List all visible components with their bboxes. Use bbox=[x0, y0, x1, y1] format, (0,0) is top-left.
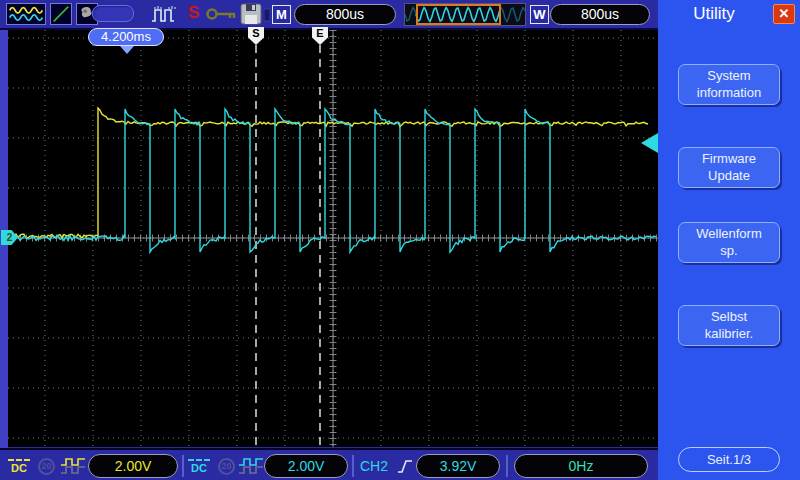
ch1-bandwidth-icon: 20 bbox=[38, 458, 55, 475]
display-line-icon[interactable] bbox=[50, 3, 72, 25]
ch2-volts-div: 2.00V bbox=[264, 454, 348, 478]
main-timebase-label: M bbox=[272, 5, 291, 24]
divider bbox=[352, 455, 354, 477]
button-label-line: kalibrier. bbox=[705, 326, 753, 343]
ch2-probe-icon bbox=[238, 457, 264, 475]
blank-toolbar-button[interactable] bbox=[92, 5, 134, 22]
waveform-plot bbox=[8, 30, 658, 447]
key-lock-icon[interactable] bbox=[206, 3, 238, 25]
channel-waves-icon[interactable] bbox=[6, 3, 46, 25]
page-indicator-button[interactable]: Seit.1/3 bbox=[678, 447, 780, 472]
printer-icon[interactable] bbox=[264, 3, 270, 25]
ch1-volts-div: 2.00V bbox=[88, 454, 178, 478]
pulse-icon[interactable] bbox=[150, 3, 180, 25]
ch2-coupling-icon: DC bbox=[188, 459, 210, 474]
ch2-bandwidth-icon: 20 bbox=[218, 458, 235, 475]
divider bbox=[182, 455, 184, 477]
trigger-source-label: CH2 bbox=[360, 458, 388, 474]
system-information-button[interactable]: System information bbox=[678, 64, 780, 105]
trigger-slope-icon bbox=[396, 457, 414, 475]
button-label-line: information bbox=[697, 85, 761, 102]
channel-status-bar: DC 20 2.00V DC 20 bbox=[0, 448, 658, 480]
trigger-frequency-readout: 0Hz bbox=[514, 454, 648, 478]
waveform-save-button[interactable]: Wellenform sp. bbox=[678, 222, 780, 263]
trigger-level-arrow[interactable] bbox=[641, 133, 658, 153]
button-label-line: sp. bbox=[720, 243, 737, 260]
delay-time-tag[interactable]: 4.200ms bbox=[88, 28, 164, 46]
trigger-level-value: 3.92V bbox=[416, 454, 500, 478]
delay-position-marker bbox=[120, 46, 134, 54]
waveform-preview[interactable] bbox=[404, 3, 526, 26]
window-timebase-value: 800us bbox=[550, 4, 650, 25]
button-label-line: Update bbox=[708, 168, 750, 185]
graticule-display: 4.200ms S E 2 bbox=[8, 30, 658, 447]
save-floppy-icon[interactable] bbox=[240, 3, 262, 25]
button-label-line: Firmware bbox=[702, 151, 756, 168]
close-icon[interactable]: ✕ bbox=[773, 4, 795, 24]
s-mode-icon[interactable]: S bbox=[188, 3, 199, 23]
ch1-probe-icon bbox=[60, 457, 86, 475]
menu-title: Utility bbox=[658, 4, 770, 24]
utility-menu-panel: Utility ✕ System information Firmware Up… bbox=[658, 0, 800, 480]
button-label-line: System bbox=[707, 68, 750, 85]
button-label-line: Selbst bbox=[711, 309, 747, 326]
self-calibration-button[interactable]: Selbst kalibrier. bbox=[678, 305, 780, 346]
zoom-window-selection[interactable] bbox=[416, 4, 501, 25]
divider bbox=[506, 455, 508, 477]
top-status-bar: S M 800us W 800us bbox=[0, 0, 658, 30]
window-timebase-label: W bbox=[530, 5, 549, 24]
ch1-coupling-icon: DC bbox=[8, 459, 30, 474]
firmware-update-button[interactable]: Firmware Update bbox=[678, 147, 780, 188]
main-timebase-value: 800us bbox=[294, 4, 396, 25]
button-label-line: Wellenform bbox=[696, 226, 762, 243]
oscilloscope-screen: S M 800us W 800us Utility ✕ System in bbox=[0, 0, 800, 480]
